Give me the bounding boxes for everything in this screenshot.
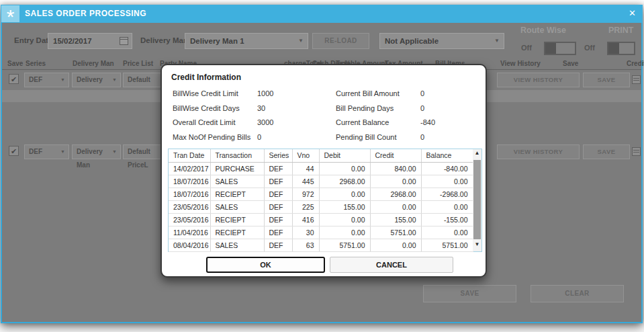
cancel-button[interactable]: CANCEL <box>330 257 453 273</box>
close-icon[interactable]: ✕ <box>629 8 636 18</box>
table-row[interactable]: 23/05/2016RECIEPTDEF4160.00155.00-155.00 <box>169 213 473 226</box>
delivery-man-label: Delivery Man <box>140 36 188 44</box>
series-select[interactable]: DEF▼ <box>24 144 69 159</box>
chevron-down-icon: ▼ <box>494 34 500 48</box>
reload-button[interactable]: RE-LOAD <box>312 33 369 49</box>
row-save-button[interactable]: SAVE <box>583 73 630 87</box>
chevron-down-icon: ▼ <box>112 145 117 159</box>
transaction-table: Tran DateTransactionSeriesVnoDebitCredit… <box>168 149 482 252</box>
cell: DEF <box>264 162 292 175</box>
field-label: BillWise Credit Days <box>173 104 257 119</box>
cell: 5751.00 <box>421 239 473 251</box>
cell: DEF <box>264 175 292 188</box>
credit-field: Pending Bill Count0 <box>336 133 478 148</box>
credit-field: Current Bill Amount0 <box>336 89 478 104</box>
cell: 23/05/2016 <box>169 200 210 213</box>
ok-button[interactable]: OK <box>206 257 325 273</box>
cell: 18/07/2016 <box>169 188 210 200</box>
cell: 11/04/2016 <box>169 226 210 239</box>
footer-save-button[interactable]: SAVE <box>423 285 516 302</box>
calendar-icon[interactable] <box>120 37 128 45</box>
cell: 0.00 <box>319 226 370 239</box>
credit-field: Current Balance-840 <box>336 118 478 133</box>
scroll-up-icon[interactable]: ▲ <box>473 150 481 159</box>
check-icon: ✔ <box>11 75 17 83</box>
field-label: Max NoOf Pending Bills <box>173 133 257 148</box>
cell: 0.00 <box>421 175 473 188</box>
series-select[interactable]: DEF▼ <box>24 73 69 87</box>
view-history-button[interactable]: VIEW HISTORY <box>497 73 580 87</box>
credit-table-header-row: Tran DateTransactionSeriesVnoDebitCredit… <box>169 149 473 162</box>
delivery-man-row-select[interactable]: Delivery Man▼ <box>72 73 121 87</box>
print-state: Off <box>584 44 595 52</box>
grid-column-header: Delivery Man <box>73 60 114 67</box>
footer-clear-button[interactable]: CLEAR <box>531 285 624 302</box>
table-row[interactable]: 23/05/2016SALESDEF225155.000.000.00 <box>169 200 473 213</box>
cell: SALES <box>210 200 264 213</box>
delivery-man-select[interactable]: Delivery Man 1 ▼ <box>185 33 308 49</box>
cell: -840.00 <box>421 162 473 175</box>
table-row[interactable]: 18/07/2016SALESDEF4452968.000.000.00 <box>169 175 473 188</box>
grid-column-header: Credit <box>627 60 644 67</box>
cell: 23/05/2016 <box>169 213 210 226</box>
cell: 30 <box>292 226 319 239</box>
cell: PURCHASE <box>210 162 264 175</box>
row-save-button[interactable]: SAVE <box>583 144 630 159</box>
column-header: Transaction <box>210 149 264 162</box>
cell: 155.00 <box>319 200 370 213</box>
cell: -155.00 <box>421 213 473 226</box>
delivery-man-row-select[interactable]: Delivery Man▼ <box>72 144 121 159</box>
credit-details-icon[interactable] <box>632 147 641 156</box>
table-row[interactable]: 18/07/2016RECIEPTDEF9720.002968.00-2968.… <box>169 188 473 200</box>
column-header: Vno <box>292 149 319 162</box>
cell: 445 <box>292 175 319 188</box>
cell: SALES <box>210 175 264 188</box>
grid-column-header: Save <box>7 60 23 67</box>
credit-details-icon[interactable] <box>632 75 641 84</box>
cell: 5751.00 <box>319 239 370 251</box>
save-checkbox[interactable]: ✔ <box>9 146 19 156</box>
entry-date-input[interactable]: 15/02/2017 <box>48 33 132 49</box>
cell: 0.00 <box>370 175 421 188</box>
applicable-select[interactable]: Not Applicable ▼ <box>379 33 504 49</box>
view-history-button[interactable]: VIEW HISTORY <box>497 144 580 159</box>
cell: 14/02/2017 <box>169 162 210 175</box>
credit-field: Overall Credit Limit3000 <box>173 118 336 133</box>
print-toggle[interactable] <box>607 42 635 55</box>
chevron-down-icon: ▼ <box>60 73 65 87</box>
cell: SALES <box>210 239 264 251</box>
cell: DEF <box>264 226 292 239</box>
cell: 0.00 <box>370 239 421 251</box>
scroll-thumb[interactable] <box>473 160 481 239</box>
cell: DEF <box>264 239 292 251</box>
table-row[interactable]: 11/04/2016RECIEPTDEF300.005751.000.00 <box>169 226 473 239</box>
app-window: * SALES ORDER PROCESSING ✕ Entry Date 15… <box>1 5 643 323</box>
cell: DEF <box>264 213 292 226</box>
cell: -2968.00 <box>421 188 473 200</box>
cell: 0.00 <box>319 162 370 175</box>
cell: DEF <box>264 200 292 213</box>
field-label: Pending Bill Count <box>336 133 420 148</box>
chevron-down-icon: ▼ <box>112 73 117 87</box>
column-header: Credit <box>370 149 421 162</box>
scrollbar[interactable]: ▲ ▼ <box>473 149 481 251</box>
dialog-buttons: OK CANCEL <box>206 257 453 273</box>
titlebar: * SALES ORDER PROCESSING ✕ <box>1 5 643 23</box>
field-value: 0 <box>420 89 424 104</box>
field-label: Bill Pending Days <box>336 104 420 119</box>
window-title: SALES ORDER PROCESSING <box>25 9 146 18</box>
field-label: Current Bill Amount <box>336 89 420 104</box>
cell: 0.00 <box>319 213 370 226</box>
cell: 08/04/2016 <box>169 239 210 251</box>
credit-table-body: 14/02/2017PURCHASEDEF440.00840.00-840.00… <box>169 162 473 251</box>
table-row[interactable]: 14/02/2017PURCHASEDEF440.00840.00-840.00 <box>169 162 473 175</box>
save-checkbox[interactable]: ✔ <box>9 74 19 84</box>
scroll-down-icon[interactable]: ▼ <box>473 241 481 251</box>
credit-fields: BillWise Credit Limit1000BillWise Credit… <box>173 89 478 147</box>
column-header: Tran Date <box>169 149 210 162</box>
table-row[interactable]: 08/04/2016SALESDEF635751.000.005751.00 <box>169 239 473 251</box>
field-value: 30 <box>257 104 265 119</box>
cell: 44 <box>292 162 319 175</box>
chevron-down-icon: ▼ <box>60 145 65 159</box>
route-wise-toggle[interactable] <box>544 42 576 55</box>
